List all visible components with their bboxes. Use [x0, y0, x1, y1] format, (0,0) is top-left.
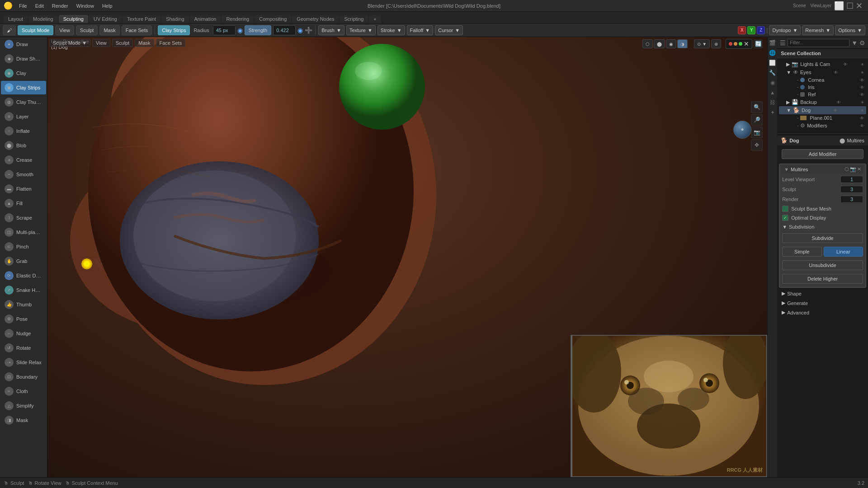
prop-modifier-icon[interactable]: 🔧 [769, 69, 777, 77]
eyes-vis[interactable]: 👁 [834, 70, 838, 75]
sculpt-mode-vp-btn[interactable]: Sculpt Mode ▼ [49, 39, 90, 47]
remesh-dropdown[interactable]: Remesh ▼ [802, 25, 834, 35]
delete-higher-btn[interactable]: Delete Higher [782, 274, 863, 284]
brush-thumb[interactable]: 👍 Thumb [1, 298, 46, 311]
brush-scrape[interactable]: ⌇ Scrape [1, 211, 46, 225]
brush-flatten[interactable]: ▬ Flatten [1, 182, 46, 196]
prop-world-icon[interactable]: 🌐 [769, 49, 777, 57]
sculpt-base-mesh-checkbox[interactable] [782, 206, 788, 212]
outliner-search[interactable] [788, 39, 849, 47]
multires-delete-icon[interactable]: ✕ [857, 166, 861, 172]
tree-eye-extra[interactable]: · Ref 👁 [784, 91, 866, 98]
multires-viewport-icon[interactable]: ⬡ [844, 166, 849, 172]
outliner-menu-icon[interactable]: ☰ [780, 39, 786, 47]
overlay-btn[interactable]: ⊙ ▼ [694, 39, 710, 48]
prop-material-icon[interactable]: ◉ [769, 79, 777, 87]
cornea-vis[interactable]: 👁 [860, 78, 864, 83]
multires-expand-icon[interactable]: ▼ [784, 167, 789, 172]
brush-cloth[interactable]: ≈ Cloth [1, 385, 46, 398]
menu-file[interactable]: File [15, 2, 31, 9]
tab-shading[interactable]: Shading [161, 15, 189, 23]
camera-view-btn[interactable]: 📷 [751, 127, 763, 138]
backup-render[interactable]: ☀ [860, 100, 864, 105]
tab-uv-editing[interactable]: UV Editing [89, 15, 122, 23]
y-axis-btn[interactable]: Y [747, 26, 755, 34]
plane-vis[interactable]: 👁 [860, 116, 864, 121]
brush-fill[interactable]: ▲ Fill [1, 197, 46, 210]
zoom-in-btn[interactable]: 🔍 [751, 101, 763, 113]
brush-draw[interactable]: ● Draw [1, 38, 46, 51]
sync-btn[interactable]: 🔄 [754, 39, 763, 48]
prop-scene-icon[interactable]: 🎬 [769, 39, 777, 47]
mode-icon[interactable]: 🖌 [3, 25, 16, 35]
brush-smooth[interactable]: ~ Smooth [1, 168, 46, 181]
mods-vis[interactable]: 👁 [860, 123, 864, 128]
brush-dropdown[interactable]: Brush ▼ [318, 25, 344, 35]
outliner-filter-icon[interactable]: ▼ [851, 39, 858, 47]
radius-value[interactable]: 45 px [213, 25, 236, 35]
tab-scripting[interactable]: Scripting [340, 15, 368, 23]
tree-backup[interactable]: ▶ 💾 Backup 👁 ☀ [779, 98, 866, 106]
stroke-dropdown[interactable]: Stroke ▼ [377, 25, 405, 35]
dyntopo-dropdown[interactable]: Dyntopo ▼ [769, 25, 801, 35]
tab-layout[interactable]: Layout [4, 15, 28, 23]
unsubdivide-btn[interactable]: Unsubdivide [782, 260, 863, 270]
rendered-btn[interactable]: ◑ [677, 39, 688, 48]
lights-cam-vis[interactable]: 👁 [843, 62, 848, 67]
tree-eyes[interactable]: ▼ 👁 Eyes 👁 ☀ [779, 68, 866, 76]
brush-nudge[interactable]: ← Nudge [1, 327, 46, 340]
advanced-toggle[interactable]: ▶ Advanced [777, 308, 868, 317]
z-axis-btn[interactable]: Z [757, 26, 765, 34]
tab-geometry-nodes[interactable]: Geometry Nodes [292, 15, 339, 23]
gizmo-btn[interactable]: ⊕ [711, 39, 721, 48]
navigation-sphere[interactable]: ⊕ [733, 121, 751, 139]
falloff-dropdown[interactable]: Falloff ▼ [407, 25, 434, 35]
brush-name-btn[interactable]: Clay Strips [158, 25, 190, 35]
face-sets-vp-btn[interactable]: Face Sets [156, 39, 186, 47]
eyes-render[interactable]: ☀ [860, 70, 864, 75]
sculpt-btn[interactable]: Sculpt [76, 25, 98, 35]
brush-elastic-deform[interactable]: ⟳ Elastic Deform [1, 269, 46, 282]
multires-render-icon[interactable]: 📷 [850, 166, 856, 172]
render-level-value[interactable]: 3 [840, 196, 863, 203]
brush-draw-sharp[interactable]: ◆ Draw Sharp [1, 52, 46, 66]
subdivide-btn[interactable]: Subdivide [782, 233, 863, 243]
shape-toggle[interactable]: ▶ Shape [777, 289, 868, 298]
zoom-out-btn[interactable]: 🔎 [751, 114, 763, 126]
tab-modeling[interactable]: Modeling [28, 15, 58, 23]
sculpt-mode-btn[interactable]: Sculpt Mode [18, 25, 53, 35]
reference-photo-window[interactable] [571, 335, 767, 477]
brush-boundary[interactable]: ⊡ Boundary [1, 370, 46, 384]
mask-vp-btn[interactable]: Mask [135, 39, 154, 47]
tab-compositing[interactable]: Compositing [255, 15, 291, 23]
brush-crease[interactable]: ∧ Crease [1, 153, 46, 167]
brush-mask[interactable]: ◨ Mask [1, 413, 46, 427]
sculpt-canvas[interactable]: RRCG 人人素材 RRCG 人人素材 [47, 37, 767, 477]
brush-inflate[interactable]: ○ Inflate [1, 124, 46, 138]
brush-rotate[interactable]: ↺ Rotate [1, 341, 46, 355]
texture-dropdown[interactable]: Texture ▼ [346, 25, 376, 35]
eye-extra-vis[interactable]: 👁 [860, 92, 864, 97]
level-viewport-value[interactable]: 1 [840, 176, 863, 183]
wireframe-btn[interactable]: ⬡ [642, 39, 653, 48]
tree-dog[interactable]: ▼ 🐕 Dog 👁 ☀ [779, 106, 866, 114]
prop-constraint-icon[interactable]: ⛓ [769, 99, 777, 107]
linear-btn[interactable]: Linear [824, 247, 863, 257]
backup-vis[interactable]: 👁 [836, 100, 841, 105]
tree-plane[interactable]: · Plane.001 👁 [784, 114, 866, 122]
iris-vis[interactable]: 👁 [860, 85, 864, 90]
move-view-btn[interactable]: ✥ [751, 139, 763, 151]
prop-object-icon[interactable]: ⬜ [769, 59, 777, 67]
tab-texture-paint[interactable]: Texture Paint [123, 15, 160, 23]
brush-grab[interactable]: ✋ Grab [1, 254, 46, 268]
face-sets-btn[interactable]: Face Sets [122, 25, 152, 35]
mask-btn[interactable]: Mask [99, 25, 119, 35]
strength-plus[interactable]: ➕ [305, 27, 312, 34]
multires-header[interactable]: ▼ Multires ⬡ 📷 ✕ [781, 165, 864, 174]
optimal-display-checkbox[interactable]: ✓ [782, 215, 788, 221]
brush-clay-strips[interactable]: ▣ Clay Strips [1, 81, 46, 94]
brush-clay-thumb[interactable]: ◍ Clay Thumb [1, 95, 46, 109]
dog-render[interactable]: ☀ [860, 108, 864, 113]
lights-cam-render[interactable]: ☀ [860, 62, 864, 67]
strength-value[interactable]: 0.422 [273, 25, 296, 35]
